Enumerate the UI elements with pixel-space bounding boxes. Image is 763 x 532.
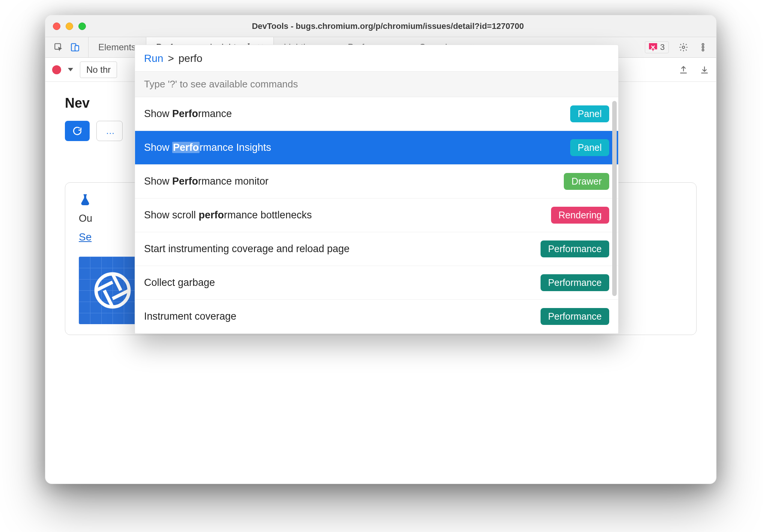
command-item[interactable]: Start instrumenting coverage and reload … xyxy=(135,232,618,266)
throttling-label: No thr xyxy=(86,65,111,75)
command-item-tag: Drawer xyxy=(564,173,609,190)
issues-badge[interactable]: ✕ 3 xyxy=(645,41,669,53)
command-item-tag: Performance xyxy=(541,308,609,325)
kebab-icon[interactable] xyxy=(698,42,708,52)
svg-point-6 xyxy=(702,49,704,51)
command-item[interactable]: Instrument coveragePerformance xyxy=(135,300,618,334)
tab-label: Elements xyxy=(98,42,136,53)
download-icon[interactable] xyxy=(700,65,709,75)
aperture-icon xyxy=(92,270,133,311)
command-input[interactable]: Run >perfo xyxy=(135,45,618,72)
record-button[interactable] xyxy=(52,65,61,74)
command-item-label: Collect garbage xyxy=(144,277,215,289)
command-palette: Run >perfo Type '?' to see available com… xyxy=(135,45,619,334)
svg-rect-2 xyxy=(75,46,79,51)
command-item-tag: Performance xyxy=(541,240,609,257)
command-item-label: Instrument coverage xyxy=(144,311,236,322)
titlebar: DevTools - bugs.chromium.org/p/chromium/… xyxy=(45,15,716,37)
command-item-label: Show Performance Insights xyxy=(144,142,271,153)
command-item-label: Show Performance xyxy=(144,108,232,120)
command-item-tag: Panel xyxy=(570,105,609,122)
command-query: perfo xyxy=(179,53,203,65)
svg-point-5 xyxy=(702,47,704,48)
window-title: DevTools - bugs.chromium.org/p/chromium/… xyxy=(67,21,709,31)
record-menu-chevron-icon[interactable] xyxy=(68,68,73,71)
command-item[interactable]: Show PerformancePanel xyxy=(135,97,618,131)
secondary-action-button[interactable]: … xyxy=(96,121,123,141)
command-hint: Type '?' to see available commands xyxy=(135,72,618,97)
error-icon: ✕ xyxy=(649,43,657,51)
command-item-tag: Performance xyxy=(541,274,609,291)
command-item[interactable]: Collect garbagePerformance xyxy=(135,266,618,300)
devtools-window: DevTools - bugs.chromium.org/p/chromium/… xyxy=(45,15,716,484)
scrollbar[interactable] xyxy=(612,101,617,296)
command-list: Show PerformancePanelShow Performance In… xyxy=(135,97,618,334)
command-item-label: Show scroll performance bottlenecks xyxy=(144,209,312,221)
svg-point-7 xyxy=(96,274,129,307)
throttling-select[interactable]: No thr xyxy=(80,62,117,78)
reload-icon xyxy=(72,126,82,136)
flask-icon xyxy=(79,193,92,206)
command-item[interactable]: Show scroll performance bottlenecksRende… xyxy=(135,198,618,232)
upload-icon[interactable] xyxy=(679,65,688,75)
gear-icon[interactable] xyxy=(679,42,688,52)
command-item[interactable]: Show Performance InsightsPanel xyxy=(135,131,618,165)
primary-action-button[interactable] xyxy=(65,121,90,141)
command-item-label: Start instrumenting coverage and reload … xyxy=(144,243,350,255)
command-item[interactable]: Show Performance monitorDrawer xyxy=(135,165,618,198)
command-item-tag: Rendering xyxy=(551,207,609,224)
command-item-tag: Panel xyxy=(570,139,609,156)
command-item-label: Show Performance monitor xyxy=(144,176,269,187)
inspect-icon[interactable] xyxy=(54,42,63,52)
window-close-button[interactable] xyxy=(53,23,60,30)
command-prompt-symbol: > xyxy=(168,53,174,65)
device-toggle-icon[interactable] xyxy=(70,42,80,52)
svg-point-4 xyxy=(702,44,704,45)
issues-count: 3 xyxy=(660,42,665,52)
command-run-label: Run xyxy=(144,53,163,65)
svg-point-3 xyxy=(682,46,685,49)
